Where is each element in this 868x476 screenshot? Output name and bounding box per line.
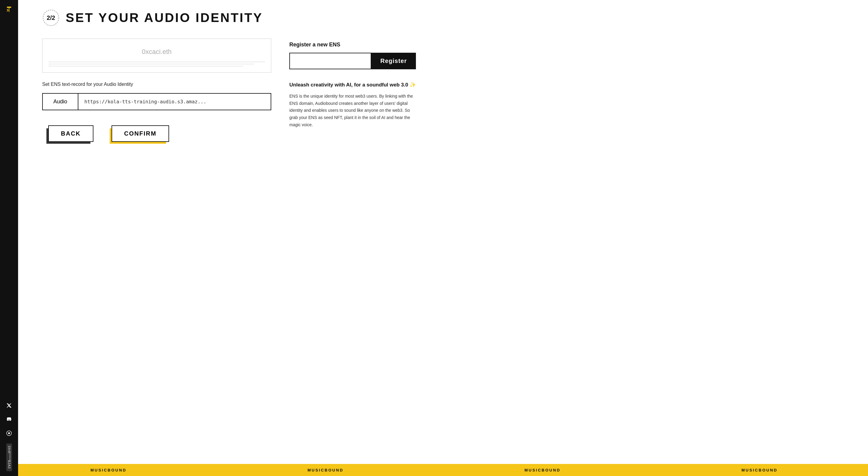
ens-lines	[49, 62, 265, 66]
promo-text: ENS is the unique identity for most web3…	[289, 93, 416, 129]
sidebar: 0X4F****B2A3	[0, 0, 18, 238]
back-button[interactable]: BACK	[48, 125, 93, 142]
step-badge: 2/2	[42, 9, 60, 27]
step-number: 2/2	[47, 14, 55, 21]
ens-display-box: 0xcaci.eth	[42, 38, 271, 73]
register-button[interactable]: Register	[371, 53, 416, 69]
logo-icon[interactable]	[4, 5, 13, 16]
register-ens-row: Register	[289, 53, 416, 69]
record-value: https://kola-tts-training-audio.s3.amaz.…	[79, 93, 271, 110]
left-column: 0xcaci.eth Set ENS text-record for your …	[42, 38, 271, 142]
record-key: Audio	[42, 93, 79, 110]
content-grid: 0xcaci.eth Set ENS text-record for your …	[42, 38, 416, 142]
action-buttons: BACK CONFIRM	[42, 125, 271, 142]
main-content: 2/2 SET YOUR AUDIO IDENTITY 0xcaci.eth S…	[18, 0, 434, 226]
ens-register-input[interactable]	[289, 53, 371, 69]
section-label: Set ENS text-record for your Audio Ident…	[42, 82, 271, 87]
confirm-button[interactable]: CONFIRM	[112, 125, 169, 142]
register-ens-title: Register a new ENS	[289, 41, 416, 48]
page-header: 2/2 SET YOUR AUDIO IDENTITY	[42, 9, 416, 27]
promo-title: Unleash creativity with AI, for a soundf…	[289, 81, 416, 89]
ens-line-3	[49, 66, 243, 66]
right-column: Register a new ENS Register Unleash crea…	[289, 38, 416, 142]
ens-address: 0xcaci.eth	[49, 45, 265, 59]
text-record-row: Audio https://kola-tts-training-audio.s3…	[42, 93, 271, 110]
ens-line-1	[49, 62, 265, 62]
page-title: SET YOUR AUDIO IDENTITY	[66, 10, 263, 25]
